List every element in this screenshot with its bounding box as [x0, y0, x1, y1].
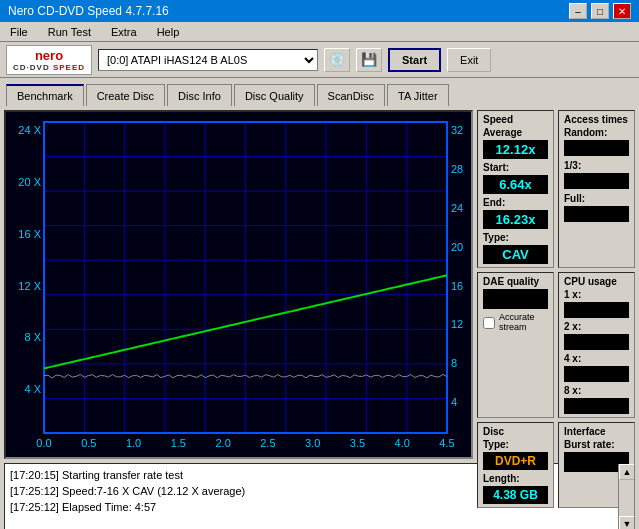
log-entry-1: [17:20:15] Starting transfer rate test	[10, 467, 613, 483]
log-entry-3: [17:25:12] Elapsed Time: 4:57	[10, 499, 613, 515]
x2-row: 2 x:	[564, 321, 629, 350]
menu-help[interactable]: Help	[151, 24, 186, 40]
menu-run-test[interactable]: Run Test	[42, 24, 97, 40]
x8-value	[564, 398, 629, 414]
x8-label: 8 x:	[564, 385, 629, 396]
x1-label: 1 x:	[564, 289, 629, 300]
accurate-stream-checkbox[interactable]	[483, 317, 495, 329]
accurate-stream-row: Accurate stream	[483, 312, 548, 334]
exit-button[interactable]: Exit	[447, 48, 491, 72]
scroll-up-button[interactable]: ▲	[619, 464, 635, 480]
type-value: CAV	[483, 245, 548, 264]
tab-ta-jitter[interactable]: TA Jitter	[387, 84, 449, 106]
x4-value	[564, 366, 629, 382]
log-entry-2: [17:25:12] Speed:7-16 X CAV (12.12 X ave…	[10, 483, 613, 499]
speed-panel: Speed Average 12.12x Start: 6.64x End: 1…	[477, 110, 554, 268]
accurate-label: Accurate stream	[499, 312, 548, 332]
cpu-title: CPU usage	[564, 276, 629, 287]
average-value: 12.12x	[483, 140, 548, 159]
log-scrollbar: ▲ ▼	[618, 464, 634, 529]
title-text: Nero CD-DVD Speed 4.7.7.16	[8, 4, 169, 18]
log-content: [17:20:15] Starting transfer rate test […	[5, 464, 618, 529]
tab-benchmark[interactable]: Benchmark	[6, 84, 84, 106]
cpu-panel: CPU usage 1 x: 2 x: 4 x: 8 x:	[558, 272, 635, 418]
random-value	[564, 140, 629, 156]
dae-title: DAE quality	[483, 276, 548, 287]
tab-disc-quality[interactable]: Disc Quality	[234, 84, 315, 106]
minimize-button[interactable]: –	[569, 3, 587, 19]
access-title: Access times	[564, 114, 629, 125]
x1-value	[564, 302, 629, 318]
x2-value	[564, 334, 629, 350]
onethird-label: 1/3:	[564, 160, 629, 171]
nero-logo-bottom: CD·DVD SPEED	[13, 63, 85, 72]
nero-logo: nero CD·DVD SPEED	[6, 45, 92, 75]
menu-extra[interactable]: Extra	[105, 24, 143, 40]
save-icon-button[interactable]: 💾	[356, 48, 382, 72]
menu-bar: File Run Test Extra Help	[0, 22, 639, 42]
end-value: 16.23x	[483, 210, 548, 229]
end-label: End:	[483, 197, 548, 208]
window-controls: – □ ✕	[569, 3, 631, 19]
close-button[interactable]: ✕	[613, 3, 631, 19]
speed-access-row: Speed Average 12.12x Start: 6.64x End: 1…	[477, 110, 635, 268]
type-row: Type: CAV	[483, 232, 548, 264]
access-panel: Access times Random: 1/3: Full:	[558, 110, 635, 268]
random-label: Random:	[564, 127, 629, 138]
type-label: Type:	[483, 232, 548, 243]
end-row: End: 16.23x	[483, 197, 548, 229]
onethird-row: 1/3:	[564, 160, 629, 189]
full-row: Full:	[564, 193, 629, 222]
tab-bar: Benchmark Create Disc Disc Info Disc Qua…	[0, 78, 639, 106]
app-title: Nero CD-DVD Speed 4.7.7.16	[8, 4, 169, 18]
start-label: Start:	[483, 162, 548, 173]
start-row: Start: 6.64x	[483, 162, 548, 194]
tab-create-disc[interactable]: Create Disc	[86, 84, 165, 106]
benchmark-chart	[6, 112, 473, 459]
onethird-value	[564, 173, 629, 189]
log-area: [17:20:15] Starting transfer rate test […	[4, 463, 635, 529]
burst-label: Burst rate:	[564, 439, 629, 450]
scroll-track	[619, 480, 634, 516]
disc-type-label: Type:	[483, 439, 548, 450]
toolbar: nero CD·DVD SPEED [0:0] ATAPI iHAS124 B …	[0, 42, 639, 78]
right-panel: Speed Average 12.12x Start: 6.64x End: 1…	[477, 110, 635, 459]
maximize-button[interactable]: □	[591, 3, 609, 19]
dae-panel: DAE quality Accurate stream	[477, 272, 554, 418]
x8-row: 8 x:	[564, 385, 629, 414]
disc-icon-button[interactable]: 💿	[324, 48, 350, 72]
full-label: Full:	[564, 193, 629, 204]
tab-disc-info[interactable]: Disc Info	[167, 84, 232, 106]
drive-select[interactable]: [0:0] ATAPI iHAS124 B AL0S	[98, 49, 318, 71]
speed-title: Speed	[483, 114, 548, 125]
disc-title: Disc	[483, 426, 548, 437]
tab-scan-disc[interactable]: ScanDisc	[317, 84, 385, 106]
interface-title: Interface	[564, 426, 629, 437]
chart-container	[4, 110, 473, 459]
dae-cpu-row: DAE quality Accurate stream CPU usage 1 …	[477, 272, 635, 418]
full-value	[564, 206, 629, 222]
average-label: Average	[483, 127, 548, 138]
title-bar: Nero CD-DVD Speed 4.7.7.16 – □ ✕	[0, 0, 639, 22]
dae-value	[483, 289, 548, 309]
nero-logo-top: nero	[35, 48, 63, 63]
scroll-down-button[interactable]: ▼	[619, 516, 635, 529]
main-content: Speed Average 12.12x Start: 6.64x End: 1…	[0, 106, 639, 461]
x4-row: 4 x:	[564, 353, 629, 382]
start-value: 6.64x	[483, 175, 548, 194]
menu-file[interactable]: File	[4, 24, 34, 40]
start-button[interactable]: Start	[388, 48, 441, 72]
x4-label: 4 x:	[564, 353, 629, 364]
x2-label: 2 x:	[564, 321, 629, 332]
